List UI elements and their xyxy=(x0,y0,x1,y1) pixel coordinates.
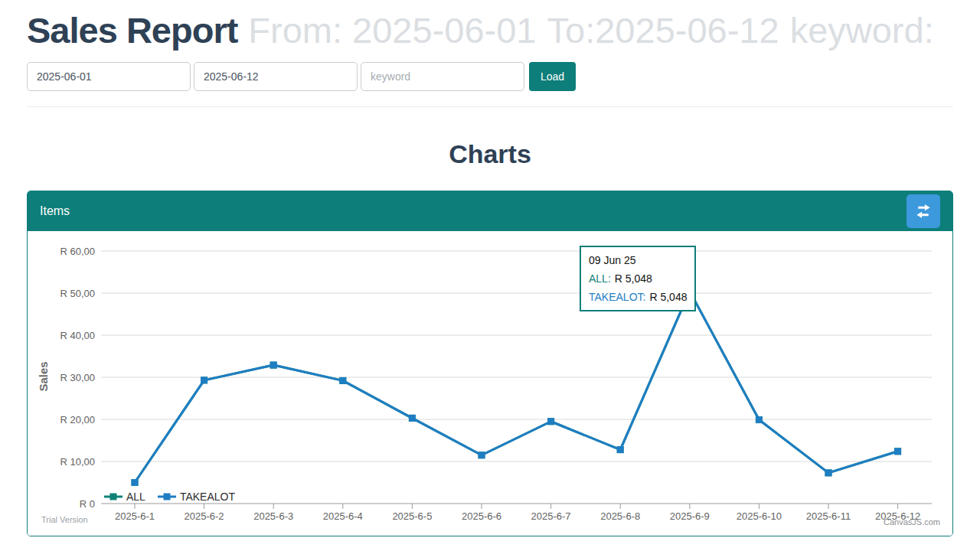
y-tick-label: R 60,00 xyxy=(60,246,95,257)
to-date-input[interactable] xyxy=(194,62,358,91)
x-tick-label: 2025-6-1 xyxy=(115,510,155,522)
chart-container: R 0R 10,00R 20,00R 30,00R 40,00R 50,00R … xyxy=(28,231,952,536)
tooltip-label-all: ALL: xyxy=(589,272,611,285)
swap-view-button[interactable] xyxy=(906,194,940,228)
data-point-marker[interactable] xyxy=(894,448,901,455)
data-point-marker[interactable] xyxy=(270,362,277,369)
items-panel: Items R 0R 10,00R 20,00R 30,00R 40,00R 5… xyxy=(27,191,953,536)
subtitle-from: From: 2025-06-01 xyxy=(248,10,536,51)
data-point-marker[interactable] xyxy=(479,452,485,458)
data-point-marker[interactable] xyxy=(132,479,139,486)
data-point-marker[interactable] xyxy=(825,469,832,476)
load-button[interactable]: Load xyxy=(529,62,576,91)
tooltip-label-takealot: TAKEALOT: xyxy=(589,291,645,303)
x-tick-label: 2025-6-11 xyxy=(806,510,851,522)
legend-item-all[interactable]: ALL xyxy=(104,491,145,503)
keyword-input[interactable] xyxy=(361,62,524,91)
items-panel-title: Items xyxy=(40,204,70,218)
filter-row: Load xyxy=(27,62,953,91)
tooltip-date: 09 Jun 25 xyxy=(589,251,687,269)
legend-marker-icon xyxy=(158,493,176,500)
page-subtitle: From: 2025-06-01To:2025-06-12keyword: xyxy=(237,10,933,51)
tooltip-value-all: R 5,048 xyxy=(615,272,652,285)
subtitle-keyword: keyword: xyxy=(790,10,934,51)
x-tick-label: 2025-6-5 xyxy=(392,510,432,522)
data-point-marker[interactable] xyxy=(409,415,416,422)
data-point-marker[interactable] xyxy=(756,416,763,423)
x-tick-label: 2025-6-4 xyxy=(323,510,363,522)
data-point-marker[interactable] xyxy=(617,446,624,453)
legend-label: TAKEALOT xyxy=(180,491,235,503)
page: Sales ReportFrom: 2025-06-01To:2025-06-1… xyxy=(0,9,980,536)
trial-version-watermark: Trial Version xyxy=(41,515,88,524)
y-tick-label: R 40,00 xyxy=(60,330,95,341)
x-tick-label: 2025-6-7 xyxy=(531,510,571,522)
y-tick-label: R 0 xyxy=(80,498,95,510)
legend-label: ALL xyxy=(126,491,145,503)
divider xyxy=(27,106,953,107)
x-tick-label: 2025-6-2 xyxy=(185,510,224,522)
x-tick-label: 2025-6-9 xyxy=(670,510,710,522)
tooltip-row-all: ALL:R 5,048 xyxy=(589,269,687,288)
y-axis-title: Sales xyxy=(37,361,50,391)
from-date-input[interactable] xyxy=(27,62,191,91)
y-tick-label: R 10,00 xyxy=(60,456,95,468)
tooltip-row-takealot: TAKEALOT:R 5,048 xyxy=(589,288,687,306)
x-tick-label: 2025-6-10 xyxy=(737,510,782,522)
legend-marker-icon xyxy=(104,493,122,500)
chart-legend: ALLTAKEALOT xyxy=(104,491,235,503)
tooltip-value-takealot: R 5,048 xyxy=(649,291,687,303)
series-line-all xyxy=(135,291,898,482)
chart-tooltip: 09 Jun 25 ALL:R 5,048 TAKEALOT:R 5,048 xyxy=(580,246,696,311)
y-tick-label: R 30,00 xyxy=(60,372,95,383)
data-point-marker[interactable] xyxy=(339,377,346,384)
swap-arrows-icon xyxy=(915,202,932,220)
canvasjs-watermark[interactable]: CanvasJS.com xyxy=(884,517,940,527)
x-tick-label: 2025-6-3 xyxy=(253,510,293,522)
x-tick-label: 2025-6-6 xyxy=(462,510,501,522)
y-tick-label: R 50,00 xyxy=(60,288,95,299)
page-title-text: Sales Report xyxy=(27,10,237,51)
y-tick-label: R 20,00 xyxy=(60,414,95,425)
subtitle-to: To:2025-06-12 xyxy=(547,10,779,51)
items-panel-header: Items xyxy=(28,191,952,231)
page-title: Sales ReportFrom: 2025-06-01To:2025-06-1… xyxy=(27,9,953,51)
legend-item-takealot[interactable]: TAKEALOT xyxy=(158,491,235,503)
charts-heading: Charts xyxy=(27,139,953,169)
series-line-takealot xyxy=(135,291,898,482)
data-point-marker[interactable] xyxy=(547,418,554,425)
data-point-marker[interactable] xyxy=(201,377,207,383)
x-tick-label: 2025-6-8 xyxy=(600,510,640,522)
